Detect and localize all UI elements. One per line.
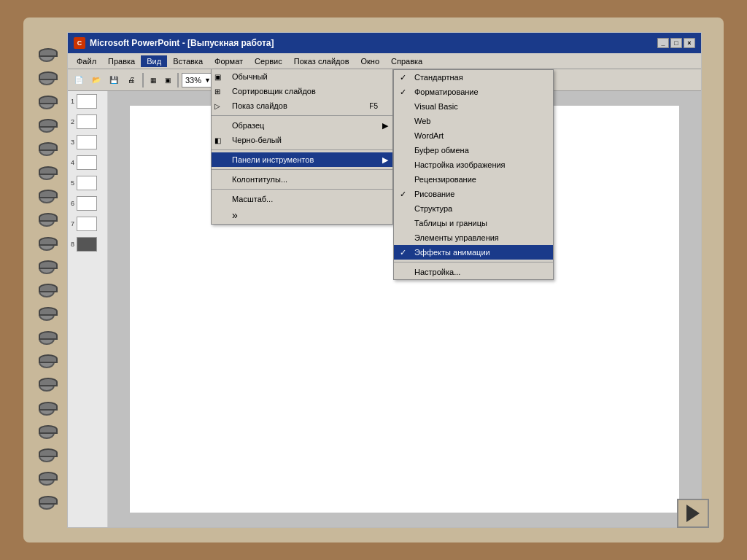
tb-web-label: Web: [414, 117, 430, 125]
spiral-6: [39, 168, 55, 180]
sample-arrow: ▶: [382, 121, 388, 131]
view-sample-label: Образец: [232, 121, 264, 130]
spiral-19: [39, 474, 55, 486]
tb-clipboard[interactable]: Буфер обмена: [394, 143, 553, 158]
tb-drawing[interactable]: ✓ Рисование: [394, 187, 553, 201]
tb-animation[interactable]: ✓ Эффекты анимации: [394, 245, 553, 260]
close-button[interactable]: ×: [684, 38, 695, 48]
tb-standard[interactable]: ✓ Стандартная: [394, 70, 553, 85]
toolbar-extra[interactable]: ▦: [147, 72, 160, 88]
slide-thumb-6[interactable]: [77, 196, 97, 211]
view-scale-label: Масштаб...: [232, 195, 273, 203]
spiral-8: [39, 215, 55, 227]
menu-service[interactable]: Сервис: [249, 55, 288, 67]
tb-drawing-label: Рисование: [414, 190, 454, 198]
spiral-15: [39, 380, 55, 392]
toolbars-arrow: ▶: [382, 155, 388, 165]
spiral-3: [39, 98, 55, 109]
view-scale[interactable]: Масштаб...: [212, 192, 392, 206]
slide-item-3[interactable]: 3: [68, 132, 107, 152]
slide-item-5[interactable]: 5: [68, 173, 107, 193]
view-sorter[interactable]: ⊞ Сортировщик слайдов: [212, 84, 392, 98]
view-show[interactable]: ▷ Показ слайдов F5: [212, 98, 392, 113]
spiral-13: [39, 333, 55, 345]
tb-customize-label: Настройка...: [414, 268, 460, 276]
menu-help[interactable]: Справка: [385, 55, 428, 67]
slide-thumb-8[interactable]: [77, 237, 97, 252]
menu-view[interactable]: Вид: [141, 55, 167, 67]
view-toolbars-label: Панели инструментов: [232, 155, 314, 164]
tb-customize[interactable]: Настройка...: [394, 265, 553, 279]
slide-thumb-3[interactable]: [77, 135, 97, 149]
slide-thumb-5[interactable]: [77, 176, 97, 190]
print-btn[interactable]: 🖨: [123, 72, 139, 88]
slide-item-1[interactable]: 1: [68, 91, 107, 112]
spiral-7: [39, 192, 55, 203]
spiral-18: [39, 451, 55, 462]
tb-image-label: Настройка изображения: [414, 160, 506, 169]
menu-window[interactable]: Окно: [355, 55, 386, 67]
slide-num-8: 8: [71, 241, 74, 248]
tb-web[interactable]: Web: [394, 114, 553, 128]
menu-slideshow[interactable]: Показ слайдов: [288, 55, 355, 67]
slide-item-8[interactable]: 8: [68, 234, 107, 254]
toolbar-extra2[interactable]: ▣: [161, 72, 174, 88]
slide-thumb-1[interactable]: [77, 94, 97, 109]
view-normal[interactable]: ▣ Обычный: [212, 69, 392, 84]
menu-file[interactable]: Файл: [71, 55, 102, 67]
tb-tables[interactable]: Таблицы и границы: [394, 216, 553, 230]
maximize-button[interactable]: □: [670, 38, 682, 48]
toolbar-sep-1: [142, 73, 144, 88]
spiral-12: [39, 309, 55, 321]
view-sample[interactable]: Образец ▶: [212, 118, 392, 133]
slide-item-6[interactable]: 6: [68, 193, 107, 214]
zoom-dropdown-arrow[interactable]: ▼: [204, 77, 211, 84]
slide-item-7[interactable]: 7: [68, 214, 107, 234]
window-controls: _ □ ×: [657, 38, 695, 48]
view-more[interactable]: »: [212, 206, 392, 224]
slide-num-5: 5: [71, 179, 74, 187]
view-sorter-label: Сортировщик слайдов: [232, 87, 316, 96]
window-title: Microsoft PowerPoint - [Выпускная работа…: [90, 38, 274, 48]
slide-thumb-7[interactable]: [77, 217, 97, 231]
tb-vba[interactable]: Visual Basic: [394, 99, 553, 114]
tb-controls[interactable]: Элементы управления: [394, 230, 553, 245]
check-standard: ✓: [400, 73, 406, 82]
slide-thumb-2[interactable]: [77, 114, 97, 129]
view-headers[interactable]: Колонтитулы...: [212, 172, 392, 187]
spiral-17: [39, 427, 55, 439]
slide-num-4: 4: [71, 159, 74, 166]
view-show-shortcut: F5: [369, 102, 378, 110]
play-triangle-icon: [686, 505, 700, 522]
sep-3: [212, 169, 392, 170]
spiral-1: [39, 50, 55, 62]
sep-4: [212, 189, 392, 190]
submenu-separator: [394, 262, 553, 262]
menu-insert[interactable]: Вставка: [167, 55, 209, 67]
check-animation: ✓: [400, 248, 406, 257]
tb-review[interactable]: Рецензирование: [394, 172, 553, 187]
tb-wordart[interactable]: WordArt: [394, 128, 553, 143]
tb-tables-label: Таблицы и границы: [414, 219, 487, 228]
tb-formatting[interactable]: ✓ Форматирование: [394, 85, 553, 99]
minimize-button[interactable]: _: [657, 38, 669, 48]
new-btn[interactable]: 📄: [71, 72, 87, 88]
check-formatting: ✓: [400, 88, 406, 97]
save-btn[interactable]: 💾: [106, 72, 122, 88]
open-btn[interactable]: 📂: [88, 72, 104, 88]
view-bw[interactable]: ◧ Черно-белый: [212, 133, 392, 147]
slide-item-2[interactable]: 2: [68, 112, 107, 132]
menu-edit[interactable]: Правка: [102, 55, 141, 67]
tb-clipboard-label: Буфер обмена: [414, 146, 469, 155]
play-button[interactable]: [677, 499, 709, 528]
slide-thumb-4[interactable]: [77, 155, 97, 170]
spiral-5: [39, 144, 55, 156]
tb-structure[interactable]: Структура: [394, 201, 553, 216]
view-toolbars[interactable]: Панели инструментов ▶: [212, 152, 392, 167]
spiral-binding: [36, 47, 57, 513]
slide-item-4[interactable]: 4: [68, 152, 107, 173]
title-bar: C Microsoft PowerPoint - [Выпускная рабо…: [68, 33, 701, 53]
tb-image[interactable]: Настройка изображения: [394, 158, 553, 172]
view-more-label: »: [232, 209, 238, 221]
menu-format[interactable]: Формат: [209, 55, 249, 67]
